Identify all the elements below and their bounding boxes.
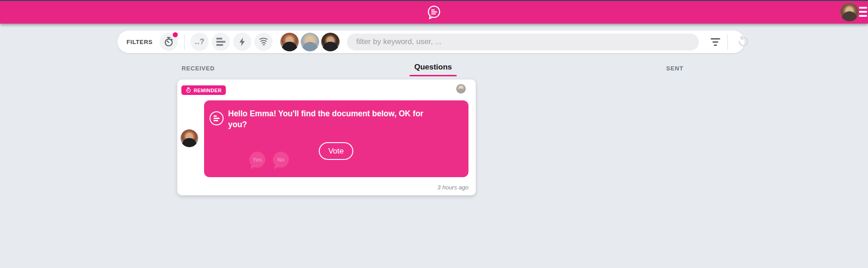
tornado-filter-button[interactable] bbox=[254, 33, 273, 51]
filter-funnel-icon[interactable] bbox=[711, 35, 720, 49]
top-bar bbox=[0, 0, 868, 24]
tab-sent[interactable]: SENT bbox=[666, 65, 683, 72]
question-card[interactable]: REMINDER Hello Emma! You'll find the doc… bbox=[177, 79, 476, 195]
option-no-bubble: No bbox=[273, 152, 289, 168]
reminder-badge: REMINDER bbox=[181, 85, 226, 95]
reminder-badge-label: REMINDER bbox=[194, 88, 222, 93]
vote-button[interactable]: Vote bbox=[319, 142, 353, 160]
active-tab-underline bbox=[410, 75, 457, 76]
user-filter-avatar-2[interactable] bbox=[301, 33, 319, 51]
filter-search-input[interactable] bbox=[347, 34, 699, 50]
refresh-button[interactable] bbox=[736, 35, 750, 49]
app-screen: FILTERS ..? bbox=[0, 0, 868, 268]
question-dots-icon: ..? bbox=[195, 38, 205, 45]
message-bubble: Hello Emma! You'll find the document bel… bbox=[204, 100, 468, 177]
poll-bars-icon bbox=[216, 38, 225, 46]
reminder-filter-button[interactable] bbox=[160, 33, 178, 51]
stopwatch-icon bbox=[163, 36, 174, 47]
mini-user-avatar bbox=[456, 84, 466, 94]
timestamp: 3 hours ago bbox=[437, 184, 468, 191]
quick-filter-button[interactable] bbox=[233, 33, 251, 51]
current-user-avatar[interactable] bbox=[840, 3, 858, 21]
hamburger-menu-icon[interactable] bbox=[859, 7, 867, 17]
notification-dot bbox=[173, 32, 178, 37]
tornado-icon bbox=[258, 36, 269, 47]
message-text: Hello Emma! You'll find the document bel… bbox=[228, 108, 434, 130]
tab-questions-label: Questions bbox=[414, 63, 452, 71]
divider bbox=[727, 34, 728, 50]
chat-bubble-poll-icon[interactable] bbox=[426, 4, 442, 20]
poll-circle-icon bbox=[210, 111, 224, 125]
filter-bar: FILTERS ..? bbox=[117, 30, 745, 53]
divider bbox=[184, 34, 185, 50]
mailbox-tabs: RECEIVED Questions SENT bbox=[0, 63, 868, 77]
question-filter-button[interactable]: ..? bbox=[190, 33, 209, 51]
tab-received[interactable]: RECEIVED bbox=[182, 65, 215, 72]
user-filter-avatar-3[interactable] bbox=[321, 33, 340, 51]
option-yes-bubble: Yes bbox=[249, 152, 265, 168]
refresh-icon bbox=[736, 35, 749, 48]
stopwatch-icon bbox=[185, 87, 191, 93]
lightning-icon bbox=[237, 37, 247, 47]
sender-avatar[interactable] bbox=[180, 129, 198, 147]
filters-label: FILTERS bbox=[127, 39, 152, 45]
tab-questions[interactable]: Questions bbox=[410, 63, 457, 76]
user-filter-avatar-1[interactable] bbox=[280, 33, 299, 51]
poll-filter-button[interactable] bbox=[212, 33, 230, 51]
